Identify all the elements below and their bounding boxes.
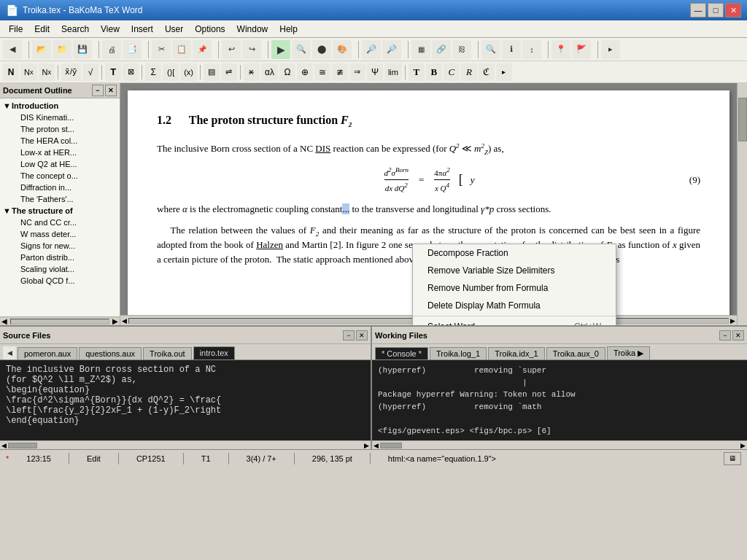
working-tab-troika-aux-0[interactable]: Troika.aux_0	[546, 347, 605, 359]
working-minimize-btn[interactable]: −	[719, 330, 731, 341]
sync-button[interactable]: ↕	[522, 40, 541, 59]
src-hscroll-left[interactable]: ◀	[1, 442, 7, 449]
math-nx-btn[interactable]: Nx	[20, 63, 37, 81]
source-hscrollbar[interactable]: ◀ ▶	[0, 440, 371, 449]
zoom-button[interactable]: 🔎	[362, 40, 381, 59]
minimize-button[interactable]: —	[690, 3, 706, 18]
cut-button[interactable]: ✂	[152, 40, 171, 59]
more-button[interactable]: ▸	[601, 40, 620, 59]
working-content[interactable]: (hyperref) removing `super | Package hyp…	[372, 360, 747, 440]
outline-item-14[interactable]: Scaling violat...	[0, 263, 120, 275]
vscroll-thumb[interactable]	[738, 98, 747, 141]
outline-item-15[interactable]: Global QCD f...	[0, 275, 120, 287]
work-hscroll-thumb[interactable]	[380, 443, 402, 448]
outline-scrollbar[interactable]: ◀ ▶	[0, 316, 120, 325]
paste-button[interactable]: 📌	[193, 40, 212, 59]
outline-item-10[interactable]: NC and CC cr...	[0, 217, 120, 228]
undo-button[interactable]: ↩	[222, 40, 241, 59]
outline-item-7[interactable]: Diffraction in...	[0, 182, 120, 193]
source-tab-questions-aux[interactable]: questions.aux	[79, 347, 142, 359]
math-more-btn[interactable]: ▸	[496, 63, 512, 81]
working-tab-troika--[interactable]: Troika ▶	[607, 346, 650, 359]
outline-item-5[interactable]: Low Q2 at HE...	[0, 158, 120, 170]
math-bracket-btn[interactable]: ()[	[163, 63, 179, 81]
save-button[interactable]: 💾	[73, 40, 92, 59]
search-button[interactable]: 🔍	[292, 40, 311, 59]
outline-item-3[interactable]: The HERA col...	[0, 135, 120, 147]
menu-item-user[interactable]: User	[159, 23, 189, 36]
close-button[interactable]: ✕	[725, 3, 741, 18]
math-arrows-btn[interactable]: ⇌	[221, 63, 237, 81]
ctx-remove-number[interactable]: Remove Number from Formula	[413, 279, 616, 297]
print2-button[interactable]: 📑	[123, 40, 142, 59]
math-frac-btn[interactable]: x̄/ȳ	[61, 63, 81, 81]
compile-button[interactable]: ▶	[271, 40, 290, 59]
source-tab-intro-tex[interactable]: intro.tex	[193, 346, 235, 359]
math-circle-btn[interactable]: ⊕	[297, 63, 313, 81]
math-omega-btn[interactable]: Ω	[279, 63, 295, 81]
nav-button[interactable]: 📍	[551, 40, 570, 59]
math-table-btn[interactable]: ▤	[204, 63, 220, 81]
ctx-remove-delimiters[interactable]: Remove Variable Size Delimiters	[413, 262, 616, 279]
scroll-thumb[interactable]	[10, 319, 109, 324]
outline-minimize-btn[interactable]: −	[92, 85, 104, 96]
find-button[interactable]: 🔍	[481, 40, 500, 59]
link-button[interactable]: 🔗	[432, 40, 451, 59]
outline-item-13[interactable]: Parton distrib...	[0, 252, 120, 263]
table-button[interactable]: ▦	[411, 40, 430, 59]
zoom2-button[interactable]: 🔎	[382, 40, 401, 59]
outline-item-11[interactable]: W mass deter...	[0, 228, 120, 240]
math-lim-btn[interactable]: lim	[384, 63, 402, 81]
menu-item-search[interactable]: Search	[55, 23, 95, 36]
menu-item-window[interactable]: Window	[231, 23, 274, 36]
math-sum-btn[interactable]: Σ	[145, 63, 161, 81]
math-sqrt-btn[interactable]: √	[82, 63, 98, 81]
status-icon-btn[interactable]: 🖥	[724, 452, 741, 465]
menu-item-view[interactable]: View	[95, 23, 125, 36]
flag-button[interactable]: 🚩	[572, 40, 591, 59]
back-button[interactable]: ◀	[3, 40, 22, 59]
menu-item-insert[interactable]: Insert	[125, 23, 159, 36]
forward-button[interactable]: ⬤	[312, 40, 331, 59]
link2-button[interactable]: ⛓	[452, 40, 471, 59]
open-button[interactable]: 📂	[32, 40, 51, 59]
working-close-btn[interactable]: ✕	[732, 330, 744, 341]
ctx-delete-formula[interactable]: Delete Display Math Formula	[413, 297, 616, 314]
outline-close-btn[interactable]: ✕	[105, 85, 117, 96]
work-hscroll-left[interactable]: ◀	[374, 442, 379, 449]
math-nx2-btn[interactable]: Nx	[39, 63, 55, 81]
outline-item-4[interactable]: Low-x at HER...	[0, 147, 120, 158]
outline-item-8[interactable]: The 'Fathers'...	[0, 193, 120, 205]
math-calC-btn[interactable]: C	[444, 63, 460, 81]
math-psi-btn[interactable]: Ψ	[367, 63, 383, 81]
scroll-left-btn[interactable]: ◀	[1, 317, 7, 325]
source-tab-prev-btn[interactable]: ◀	[3, 346, 16, 359]
source-minimize-btn[interactable]: −	[343, 330, 355, 341]
ctx-select-word[interactable]: Select Word Ctrl+W	[413, 318, 616, 325]
outline-item-1[interactable]: DIS Kinemati...	[0, 112, 120, 123]
src-hscroll-right[interactable]: ▶	[364, 442, 369, 449]
menu-item-edit[interactable]: Edit	[28, 23, 55, 36]
source-content[interactable]: The inclusive Born cross section of a NC…	[0, 360, 371, 440]
scroll-right-btn[interactable]: ▶	[112, 317, 118, 325]
src-hscroll-thumb[interactable]	[8, 443, 37, 448]
source-close-btn[interactable]: ✕	[356, 330, 368, 341]
hscroll-left-btn[interactable]: ◀	[122, 317, 127, 324]
math-box-btn[interactable]: ⊠	[123, 63, 139, 81]
outline-item-9[interactable]: ▼The structure of	[0, 205, 120, 217]
open2-button[interactable]: 📁	[53, 40, 71, 59]
math-frakC-btn[interactable]: ℭ	[479, 63, 495, 81]
math-paren-btn[interactable]: (x)	[180, 63, 197, 81]
source-tab-pomeron-aux[interactable]: pomeron.aux	[18, 347, 77, 359]
outline-item-0[interactable]: ▼Introduction	[0, 100, 120, 112]
editor-scrollbar[interactable]	[737, 83, 747, 325]
color-button[interactable]: 🎨	[333, 40, 352, 59]
maximize-button[interactable]: □	[708, 3, 724, 18]
math-n-btn[interactable]: N	[3, 63, 19, 81]
source-tab-troika-out[interactable]: Troika.out	[143, 347, 192, 359]
math-bold-btn[interactable]: B	[426, 63, 442, 81]
math-alpha-btn[interactable]: αλ	[261, 63, 278, 81]
info-button[interactable]: ℹ	[502, 40, 521, 59]
outline-item-6[interactable]: The concept o...	[0, 170, 120, 182]
outline-item-12[interactable]: Signs for new...	[0, 240, 120, 252]
